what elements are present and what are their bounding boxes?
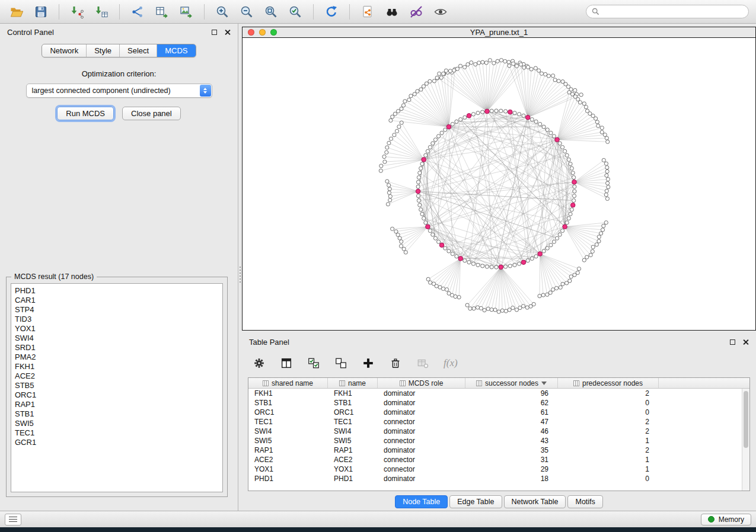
- table-cell: STB1: [328, 399, 378, 407]
- close-window-icon[interactable]: [248, 29, 254, 36]
- close-panel-button[interactable]: Close panel: [122, 107, 181, 120]
- table-row[interactable]: PHD1PHD1dominator180: [248, 474, 742, 483]
- binoculars-icon: [385, 5, 399, 19]
- save-button[interactable]: [31, 2, 50, 21]
- mcds-result-item[interactable]: PMA2: [11, 352, 222, 362]
- tab-network-table[interactable]: Network Table: [504, 495, 566, 508]
- mcds-result-item[interactable]: PHD1: [11, 286, 222, 296]
- table-row[interactable]: STB1STB1dominator620: [248, 398, 742, 408]
- binoculars-button[interactable]: [382, 2, 401, 21]
- tab-network[interactable]: Network: [42, 44, 87, 57]
- table-cell: 2: [558, 446, 659, 454]
- table-row[interactable]: ORC1ORC1dominator610: [248, 408, 742, 417]
- table-row[interactable]: YOX1YOX1connector291: [248, 464, 742, 474]
- mcds-result-item[interactable]: CAR1: [11, 296, 222, 305]
- mcds-result-item[interactable]: STB1: [11, 409, 222, 419]
- mcds-result-item[interactable]: ORC1: [11, 390, 222, 400]
- column-header-label: predecessor nodes: [582, 379, 643, 387]
- network-graph[interactable]: [243, 39, 755, 330]
- add-column-icon[interactable]: [362, 357, 375, 370]
- eye-button[interactable]: [431, 2, 450, 21]
- mcds-result-item[interactable]: ACE2: [11, 371, 222, 381]
- mcds-result-item[interactable]: FKH1: [11, 362, 222, 371]
- mcds-result-list[interactable]: PHD1CAR1STP4TID3YOX1SWI4SRD1PMA2FKH1ACE2…: [11, 283, 223, 492]
- tab-style[interactable]: Style: [87, 44, 120, 57]
- share-document-button[interactable]: [358, 2, 377, 21]
- export-table-button[interactable]: [152, 2, 171, 21]
- run-mcds-button[interactable]: Run MCDS: [57, 107, 114, 120]
- maximize-window-icon[interactable]: [270, 29, 277, 36]
- column-header-name[interactable]: name: [328, 378, 378, 388]
- gear-icon[interactable]: [253, 357, 266, 370]
- zoom-fit-button[interactable]: [261, 2, 280, 21]
- float-table-panel-icon[interactable]: [730, 339, 735, 345]
- table-cell: connector: [378, 418, 465, 426]
- table-row[interactable]: ACE2ACE2connector311: [248, 455, 742, 464]
- tab-mcds[interactable]: MCDS: [157, 44, 195, 57]
- table-cell: 0: [558, 408, 659, 416]
- network-canvas[interactable]: [243, 39, 755, 330]
- mcds-result-item[interactable]: TID3: [11, 315, 222, 324]
- zoom-selected-button[interactable]: [286, 2, 305, 21]
- export-network-button[interactable]: [128, 2, 147, 21]
- task-history-button[interactable]: [5, 514, 21, 525]
- table-row[interactable]: SWI4SWI4dominator462: [248, 427, 742, 436]
- table-cell: 62: [465, 399, 558, 407]
- import-network-button[interactable]: [68, 2, 87, 21]
- table-panel-header: Table Panel: [242, 334, 756, 350]
- refresh-button[interactable]: [322, 2, 341, 21]
- table-row[interactable]: RAP1RAP1dominator352: [248, 446, 742, 455]
- search-box[interactable]: [586, 5, 749, 18]
- column-header-successor-nodes[interactable]: successor nodes: [465, 378, 558, 388]
- table-scrollbar-thumb[interactable]: [744, 391, 748, 448]
- toolbar-separator: [204, 4, 205, 20]
- select-all-icon[interactable]: [307, 357, 320, 370]
- column-header-label: shared name: [272, 379, 313, 387]
- search-input[interactable]: [603, 8, 743, 16]
- table-cell: TEC1: [248, 418, 328, 426]
- column-header-mcds-role[interactable]: MCDS role: [378, 378, 465, 388]
- minimize-window-icon[interactable]: [259, 29, 266, 36]
- mcds-result-item[interactable]: RAP1: [11, 400, 222, 409]
- column-type-icon: [263, 380, 269, 386]
- criterion-dropdown[interactable]: largest connected component (undirected): [26, 84, 212, 98]
- delete-column-icon[interactable]: [389, 357, 402, 370]
- table-row[interactable]: SWI5SWI5connector431: [248, 436, 742, 446]
- export-image-button[interactable]: [177, 2, 196, 21]
- mcds-result-item[interactable]: TEC1: [11, 428, 222, 438]
- status-bar: Memory: [0, 511, 756, 527]
- column-header-shared-name[interactable]: shared name: [248, 378, 328, 388]
- zoom-out-button[interactable]: [237, 2, 256, 21]
- tab-node-table[interactable]: Node Table: [395, 495, 448, 508]
- table-scrollbar[interactable]: [742, 389, 749, 491]
- memory-button[interactable]: Memory: [701, 514, 751, 525]
- network-titlebar[interactable]: YPA_prune.txt_1: [243, 27, 755, 38]
- mcds-result-item[interactable]: YOX1: [11, 324, 222, 334]
- mcds-result-item[interactable]: GCR1: [11, 438, 222, 447]
- open-file-button[interactable]: [7, 2, 26, 21]
- table-panel-title: Table Panel: [249, 338, 289, 347]
- mcds-result-item[interactable]: SRD1: [11, 343, 222, 352]
- tab-select[interactable]: Select: [120, 44, 157, 57]
- search-icon: [592, 8, 599, 15]
- table-row[interactable]: TEC1TEC1connector472: [248, 417, 742, 427]
- splitter-handle[interactable]: [239, 267, 241, 283]
- mcds-result-item[interactable]: STB5: [11, 381, 222, 390]
- table-row[interactable]: FKH1FKH1dominator962: [248, 389, 742, 398]
- mcds-result-item[interactable]: SWI5: [11, 419, 222, 428]
- hide-glasses-button[interactable]: [407, 2, 426, 21]
- deselect-all-icon[interactable]: [334, 357, 347, 370]
- tab-edge-table[interactable]: Edge Table: [449, 495, 502, 508]
- table-toolbar: f(x): [242, 350, 756, 376]
- mcds-result-item[interactable]: STP4: [11, 305, 222, 315]
- columns-icon[interactable]: [280, 357, 293, 370]
- float-panel-icon[interactable]: [212, 30, 217, 35]
- column-header-predecessor-nodes[interactable]: predecessor nodes: [558, 378, 659, 388]
- table-cell: 29: [465, 465, 558, 473]
- import-table-button[interactable]: [92, 2, 111, 21]
- close-table-panel-icon[interactable]: [742, 339, 749, 345]
- close-panel-icon[interactable]: [224, 29, 231, 36]
- tab-motifs[interactable]: Motifs: [567, 495, 602, 508]
- zoom-in-button[interactable]: [213, 2, 232, 21]
- mcds-result-item[interactable]: SWI4: [11, 334, 222, 343]
